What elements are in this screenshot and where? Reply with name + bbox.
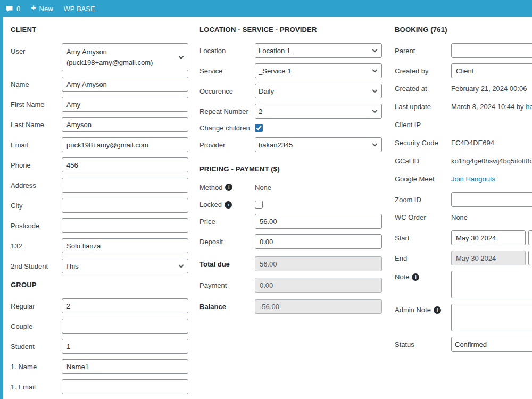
balance-label: Balance <box>200 303 255 311</box>
postcode-input[interactable] <box>62 218 188 233</box>
admin-note-textarea[interactable] <box>451 304 532 331</box>
google-meet-label: Google Meet <box>395 175 451 183</box>
info-icon[interactable]: i <box>412 273 419 281</box>
comments-button[interactable]: 0 <box>0 0 26 17</box>
method-label-cell: Method i <box>200 184 255 192</box>
student1-email-label: 1. Email <box>11 383 62 391</box>
end-row: End <box>395 251 532 265</box>
occurence-label: Occurence <box>200 87 255 95</box>
note-label: Note <box>395 273 409 281</box>
name-row: Name <box>11 77 188 92</box>
email-label: Email <box>11 141 62 149</box>
address-label: Address <box>11 181 62 189</box>
change-children-checkbox[interactable] <box>255 124 263 132</box>
deposit-input[interactable] <box>255 234 382 249</box>
status-label: Status <box>395 340 451 348</box>
user-select[interactable]: Amy Amyson (puck198+amy@gmail.com) <box>62 43 188 71</box>
second-student-row: 2nd Student This <box>11 259 188 273</box>
phone-row: Phone <box>11 157 188 172</box>
new-button[interactable]: + New <box>26 0 58 17</box>
admin-bar: 0 + New WP BASE <box>0 0 532 17</box>
student1-name-row: 1. Name <box>11 359 188 374</box>
admin-note-label: Admin Note <box>395 306 431 314</box>
total-due-value <box>255 256 382 271</box>
client-ip-row: Client IP <box>395 120 532 129</box>
second-student-select[interactable]: This <box>62 259 188 273</box>
occurence-select[interactable]: Daily <box>255 84 382 98</box>
address-input[interactable] <box>62 178 188 193</box>
info-icon[interactable]: i <box>225 201 232 209</box>
last-name-label: Last Name <box>11 121 62 129</box>
first-name-input[interactable] <box>62 97 188 112</box>
info-icon[interactable]: i <box>225 184 232 191</box>
location-service-column: LOCATION - SERVICE - PROVIDER Location L… <box>200 22 382 319</box>
deposit-label: Deposit <box>200 238 255 246</box>
student-label: Student <box>11 343 62 351</box>
last-update-value: March 8, 2024 10:44 by hakan2345 <box>451 103 532 111</box>
price-input[interactable] <box>255 214 382 229</box>
method-row: Method i None <box>200 182 382 192</box>
regular-input[interactable] <box>62 298 188 313</box>
locked-checkbox[interactable] <box>255 201 263 209</box>
info-icon[interactable]: i <box>434 306 441 314</box>
location-select[interactable]: Location 1 <box>255 43 382 58</box>
created-by-label: Created by <box>395 67 451 75</box>
join-hangouts-link[interactable]: Join Hangouts <box>451 175 495 183</box>
student1-email-input[interactable] <box>62 379 188 394</box>
email-input[interactable] <box>62 137 188 152</box>
created-by-input[interactable] <box>451 63 532 78</box>
start-row: Start <box>395 230 532 245</box>
created-at-row: Created at February 21, 2024 00:06 <box>395 84 532 93</box>
last-update-label: Last update <box>395 103 451 111</box>
student-input[interactable] <box>62 339 188 354</box>
payment-label: Payment <box>200 281 255 289</box>
created-at-label: Created at <box>395 85 451 93</box>
wp-base-label: WP BASE <box>64 5 95 13</box>
parent-input[interactable] <box>451 43 532 58</box>
provider-select[interactable]: hakan2345 <box>255 137 382 152</box>
last-update-user-link[interactable]: hakan2345 <box>526 103 532 111</box>
city-row: City <box>11 198 188 213</box>
booking-column: BOOKING (761) Parent Created by Created … <box>395 22 532 357</box>
start-time-select[interactable] <box>528 230 532 245</box>
student1-name-input[interactable] <box>62 359 188 374</box>
balance-value <box>255 299 382 314</box>
address-row: Address <box>11 178 188 193</box>
plus-icon: + <box>31 4 36 12</box>
user-select-name: Amy Amyson <box>66 47 174 57</box>
name-input[interactable] <box>62 77 188 92</box>
note-textarea[interactable] <box>451 271 532 298</box>
last-update-row: Last update March 8, 2024 10:44 by hakan… <box>395 102 532 111</box>
custom-132-input[interactable] <box>62 238 188 253</box>
balance-row: Balance <box>200 299 382 314</box>
end-time-select[interactable] <box>528 251 532 265</box>
city-input[interactable] <box>62 198 188 213</box>
created-by-row: Created by <box>395 63 532 78</box>
group-section-title: GROUP <box>11 281 188 289</box>
locked-row: Locked i <box>200 201 382 209</box>
phone-input[interactable] <box>62 157 188 172</box>
price-row: Price <box>200 214 382 229</box>
student-row: Student <box>11 339 188 354</box>
last-name-input[interactable] <box>62 117 188 132</box>
end-date-input <box>451 251 526 265</box>
custom-132-row: 132 <box>11 238 188 253</box>
zoom-id-input[interactable] <box>451 192 532 207</box>
repeat-number-select[interactable]: 2 <box>255 104 382 119</box>
service-select[interactable]: _Service 1 <box>255 63 382 78</box>
occurence-row: Occurence Daily <box>200 84 382 98</box>
client-section-title: CLIENT <box>11 26 188 34</box>
booking-section-title: BOOKING (761) <box>395 26 532 34</box>
pricing-section-title: PRICING - PAYMENT ($) <box>200 165 382 173</box>
location-row: Location Location 1 <box>200 43 382 58</box>
start-date-input[interactable] <box>451 230 526 245</box>
wc-order-label: WC Order <box>395 213 451 221</box>
google-meet-row: Google Meet Join Hangouts <box>395 174 532 184</box>
couple-input[interactable] <box>62 319 188 334</box>
method-value: None <box>255 184 271 192</box>
status-select[interactable]: Confirmed <box>451 337 532 352</box>
wp-base-menu[interactable]: WP BASE <box>59 0 101 17</box>
postcode-label: Postcode <box>11 222 62 230</box>
parent-row: Parent <box>395 43 532 58</box>
payment-row: Payment <box>200 278 382 293</box>
